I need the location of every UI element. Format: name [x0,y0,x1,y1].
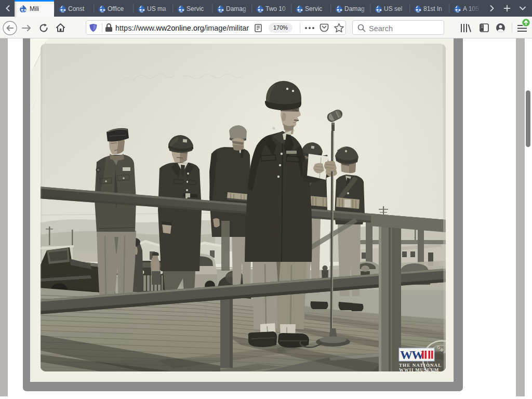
svg-text:WW: WW [400,348,424,362]
